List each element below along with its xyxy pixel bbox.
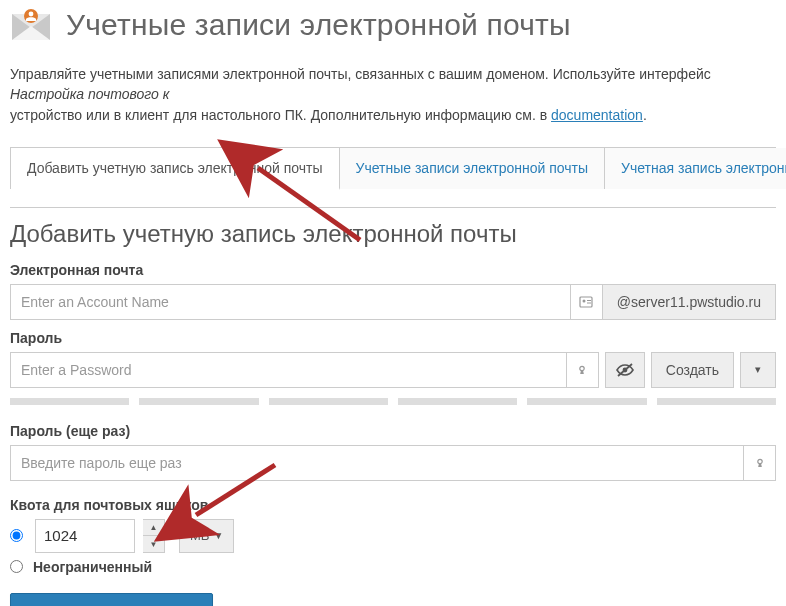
create-account-button[interactable]: Создать учетную запись (10, 593, 213, 606)
generate-password-dropdown-button[interactable] (740, 352, 776, 388)
keyhole-icon (567, 352, 599, 388)
contact-card-icon (571, 284, 603, 320)
svg-point-6 (583, 299, 586, 302)
tabs: Добавить учетную запись электронной почт… (10, 147, 776, 189)
quota-value-input[interactable] (35, 519, 135, 553)
quota-unit-label: MB (190, 528, 210, 543)
tab-email-accounts[interactable]: Учетные записи электронной почты (340, 148, 606, 189)
svg-rect-7 (587, 300, 591, 301)
email-label: Электронная почта (10, 262, 776, 278)
quota-unlimited-radio[interactable] (10, 560, 23, 573)
keyhole-icon (744, 445, 776, 481)
documentation-link[interactable]: documentation (551, 107, 643, 123)
page-title: Учетные записи электронной почты (66, 8, 571, 42)
intro-part2: устройство или в клиент для настольного … (10, 107, 551, 123)
quota-label: Квота для почтовых ящиков (10, 497, 776, 513)
intro-text: Управляйте учетными записями электронной… (10, 64, 776, 125)
svg-point-4 (29, 12, 34, 17)
intro-part3: . (643, 107, 647, 123)
stepper-up-icon[interactable]: ▲ (143, 520, 164, 537)
svg-rect-8 (587, 302, 591, 303)
password-confirm-label: Пароль (еще раз) (10, 423, 776, 439)
email-domain: @server11.pwstudio.ru (603, 284, 776, 320)
quota-unlimited-label: Неограниченный (33, 559, 152, 575)
quota-stepper[interactable]: ▲ ▼ (143, 519, 165, 553)
stepper-down-icon[interactable]: ▼ (143, 536, 164, 552)
chevron-down-icon: ▼ (214, 530, 224, 541)
svg-rect-5 (580, 297, 592, 307)
section-title: Добавить учетную запись электронной почт… (10, 207, 776, 248)
toggle-password-visibility-button[interactable] (605, 352, 645, 388)
password-label: Пароль (10, 330, 776, 346)
password-input[interactable] (10, 352, 567, 388)
quota-limited-radio[interactable] (10, 529, 23, 542)
tab-default-account[interactable]: Учетная запись электронной почты по (605, 148, 786, 189)
tab-add-account[interactable]: Добавить учетную запись электронной почт… (11, 148, 340, 190)
intro-part1: Управляйте учетными записями электронной… (10, 66, 711, 82)
email-accounts-icon (10, 4, 52, 46)
password-confirm-input[interactable] (10, 445, 744, 481)
generate-password-button[interactable]: Создать (651, 352, 734, 388)
quota-unit-dropdown[interactable]: MB ▼ (179, 519, 234, 553)
email-input[interactable] (10, 284, 571, 320)
password-strength-meter (10, 398, 776, 405)
intro-em: Настройка почтового к (10, 86, 169, 102)
